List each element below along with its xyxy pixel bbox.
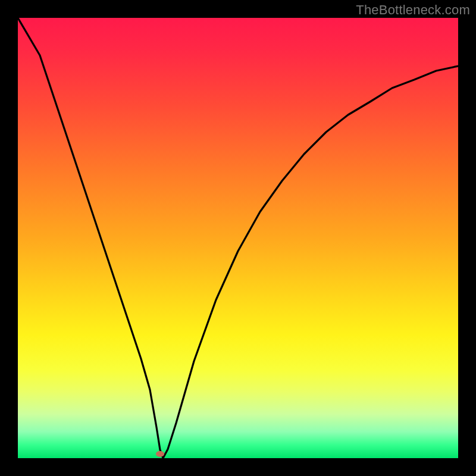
curve-path <box>18 18 458 458</box>
watermark-text: TheBottleneck.com <box>356 2 470 18</box>
minimum-marker <box>156 451 164 457</box>
bottleneck-curve <box>18 18 458 458</box>
plot-area <box>18 18 458 458</box>
